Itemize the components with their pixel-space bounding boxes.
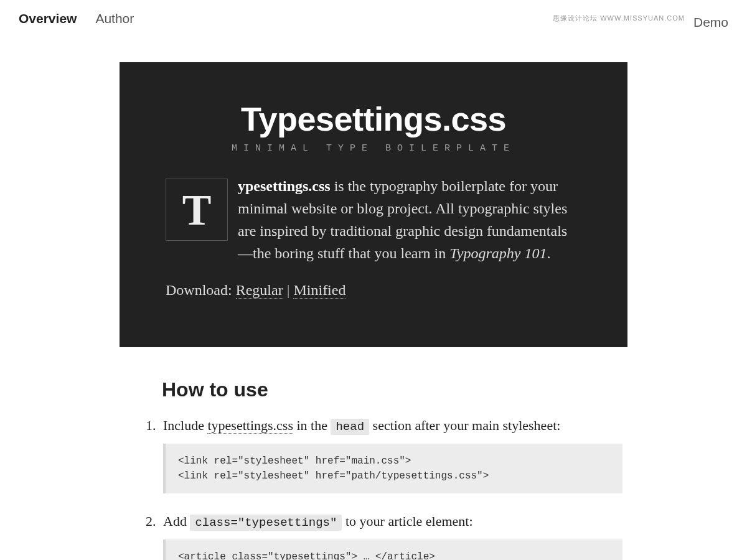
- download-minified-link[interactable]: Minified: [293, 282, 345, 299]
- nav-author[interactable]: Author: [95, 11, 134, 26]
- download-label: Download:: [166, 282, 236, 298]
- howto-heading: How to use: [162, 378, 622, 401]
- step1-code-block: <link rel="stylesheet" href="main.css"> …: [163, 444, 622, 493]
- hero-lead-text-2: .: [547, 245, 550, 261]
- step1-inline-code: head: [331, 419, 369, 435]
- hero-lead-italic: Typography 101: [449, 245, 547, 261]
- watermark: 思缘设计论坛 WWW.MISSYUAN.COM: [553, 14, 685, 22]
- howto-step-1: Include typesettings.css in the head sec…: [159, 418, 622, 493]
- step2-text-a: Add: [163, 513, 190, 529]
- step2-code-block: <article class="typesettings"> … </artic…: [163, 539, 622, 560]
- download-sep: |: [283, 282, 294, 298]
- watermark-line1: 思缘设计论坛: [553, 14, 598, 22]
- nav-right: 思缘设计论坛 WWW.MISSYUAN.COM Demo: [553, 11, 728, 26]
- hero-title: Typesettings.css: [166, 100, 581, 138]
- step1-link[interactable]: typesettings.css: [207, 418, 293, 434]
- step1-text-a: Include: [163, 418, 207, 433]
- hero-lead: T ypesettings.css is the typography boil…: [166, 175, 581, 264]
- nav-demo[interactable]: Demo: [693, 15, 728, 30]
- dropcap: T: [166, 179, 228, 241]
- hero-subtitle: MINIMAL TYPE BOILERPLATE: [166, 143, 581, 154]
- top-nav: Overview Author 思缘设计论坛 WWW.MISSYUAN.COM …: [0, 0, 747, 36]
- step1-text-b: in the: [293, 418, 331, 433]
- nav-left: Overview Author: [19, 11, 134, 26]
- step1-text-c: section after your main stylesheet:: [369, 418, 560, 433]
- nav-overview[interactable]: Overview: [19, 11, 77, 26]
- download-regular-link[interactable]: Regular: [236, 282, 283, 299]
- hero-lead-bold: ypesettings.css: [238, 178, 331, 194]
- hero: Typesettings.css MINIMAL TYPE BOILERPLAT…: [120, 62, 627, 347]
- howto-section: How to use Include typesettings.css in t…: [120, 347, 627, 560]
- step2-text-b: to your article element:: [342, 513, 472, 529]
- watermark-line2: WWW.MISSYUAN.COM: [600, 14, 685, 22]
- step2-inline-code: class="typesettings": [190, 515, 342, 531]
- hero-download: Download: Regular | Minified: [166, 282, 581, 299]
- howto-step-2: Add class="typesettings" to your article…: [159, 513, 622, 560]
- howto-steps: Include typesettings.css in the head sec…: [125, 418, 622, 560]
- page-column: Typesettings.css MINIMAL TYPE BOILERPLAT…: [120, 62, 627, 560]
